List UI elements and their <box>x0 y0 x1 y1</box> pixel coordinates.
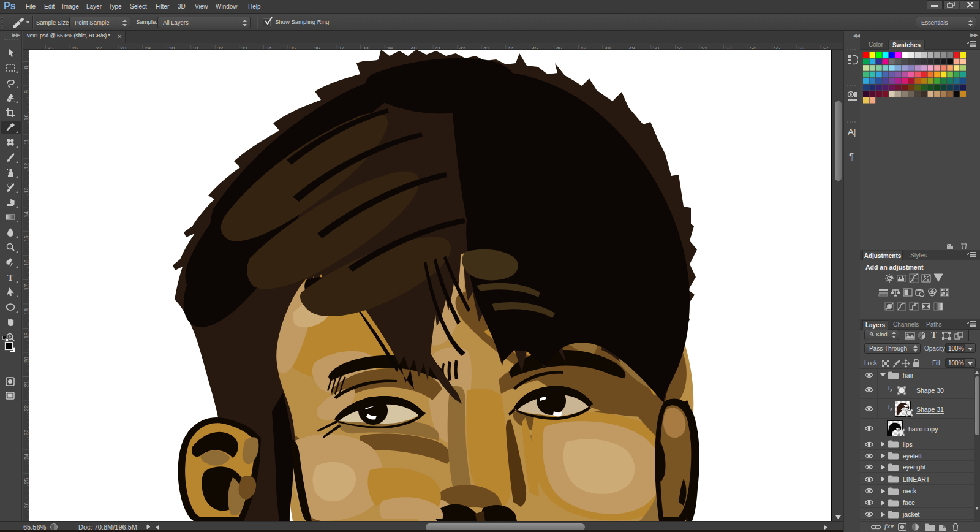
svg-text:46: 46 <box>556 45 562 50</box>
svg-text:33: 33 <box>241 45 247 50</box>
svg-text:57: 57 <box>823 45 829 50</box>
svg-text:45: 45 <box>532 45 538 50</box>
svg-text:43: 43 <box>483 45 489 50</box>
svg-text:28: 28 <box>120 45 126 50</box>
svg-text:36: 36 <box>314 45 320 50</box>
svg-text:32: 32 <box>217 45 223 50</box>
svg-text:56: 56 <box>798 45 804 50</box>
svg-text:55: 55 <box>774 45 780 50</box>
svg-text:37: 37 <box>338 45 344 50</box>
svg-text:51: 51 <box>677 45 684 50</box>
svg-text:27: 27 <box>96 45 102 50</box>
svg-text:53: 53 <box>726 45 732 50</box>
svg-text:49: 49 <box>629 45 635 50</box>
svg-text:40: 40 <box>411 45 417 50</box>
svg-text:T: T <box>7 273 13 282</box>
svg-text:47: 47 <box>580 45 586 50</box>
svg-text:38: 38 <box>363 45 369 50</box>
svg-text:26: 26 <box>72 45 78 50</box>
svg-text:31: 31 <box>193 45 199 50</box>
svg-text:39: 39 <box>386 45 393 50</box>
svg-text:41: 41 <box>435 45 441 50</box>
svg-text:25: 25 <box>48 45 54 50</box>
svg-text:54: 54 <box>750 45 756 50</box>
svg-text:44: 44 <box>508 45 514 50</box>
svg-text:52: 52 <box>701 45 707 50</box>
svg-text:34: 34 <box>265 45 271 50</box>
svg-text:42: 42 <box>459 45 466 50</box>
svg-text:48: 48 <box>605 45 611 50</box>
svg-text:30: 30 <box>168 45 175 50</box>
svg-text:50: 50 <box>653 45 659 50</box>
svg-text:35: 35 <box>290 45 296 50</box>
svg-text:29: 29 <box>145 45 151 50</box>
